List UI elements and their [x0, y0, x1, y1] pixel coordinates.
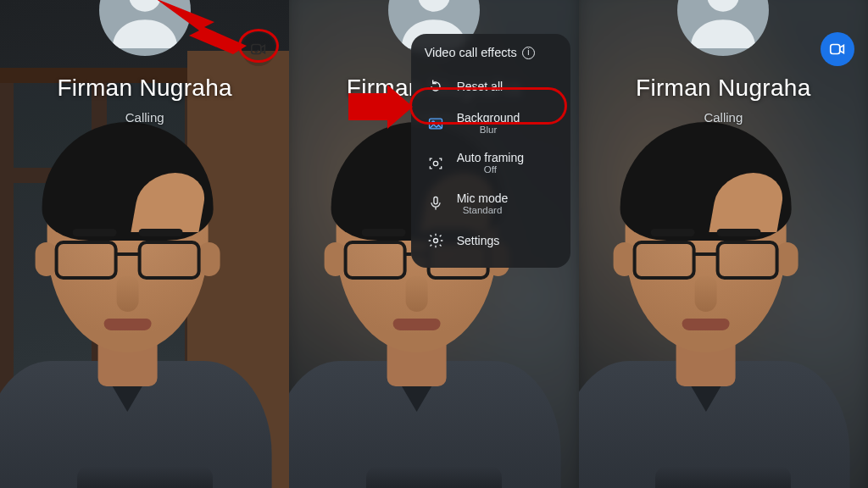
nav-hint — [77, 466, 213, 488]
svg-marker-2 — [155, 0, 247, 54]
video-effects-popup: Video call effects i Reset all Backgroun… — [411, 34, 570, 268]
panel-step-2: Firman Nugraha Calling Video call effect… — [289, 0, 578, 488]
panel-step-1: Firman Nugraha Calling — [0, 0, 289, 488]
svg-point-6 — [433, 161, 437, 165]
popup-item-autoframing[interactable]: Auto framing Off — [425, 143, 557, 183]
settings-icon — [426, 231, 445, 250]
popup-item-label: Mic mode — [457, 191, 509, 205]
info-icon[interactable]: i — [522, 47, 535, 59]
tutorial-triptych: Firman Nugraha Calling — [0, 0, 868, 488]
call-status: Calling — [0, 110, 289, 125]
video-effects-icon — [828, 40, 847, 58]
svg-marker-9 — [348, 85, 413, 129]
annotation-arrow — [155, 0, 248, 58]
popup-item-label: Settings — [457, 234, 500, 247]
call-status: Calling — [579, 110, 868, 125]
nav-hint — [655, 466, 791, 488]
contact-name: Firman Nugraha — [579, 75, 868, 102]
popup-item-sub: Standard — [457, 205, 509, 216]
contact-avatar — [677, 0, 769, 56]
nav-hint — [366, 466, 502, 488]
popup-item-sub: Blur — [457, 125, 520, 136]
popup-item-label: Auto framing — [457, 151, 524, 164]
popup-item-settings[interactable]: Settings — [425, 224, 557, 258]
annotation-circle — [409, 87, 567, 125]
svg-point-3 — [418, 0, 450, 12]
panel-step-3: Firman Nugraha Calling — [579, 0, 868, 488]
svg-point-8 — [433, 238, 437, 242]
svg-rect-7 — [434, 197, 437, 204]
svg-rect-11 — [831, 45, 840, 54]
annotation-arrow — [348, 85, 413, 129]
popup-item-sub: Off — [457, 164, 524, 175]
popup-title: Video call effects — [425, 46, 517, 59]
annotation-circle — [238, 29, 279, 63]
svg-point-10 — [707, 0, 739, 12]
contact-name: Firman Nugraha — [0, 75, 289, 102]
video-effects-button-active[interactable] — [821, 32, 854, 66]
autoframe-icon — [426, 154, 445, 173]
popup-item-micmode[interactable]: Mic mode Standard — [425, 184, 557, 224]
mic-icon — [426, 194, 445, 213]
